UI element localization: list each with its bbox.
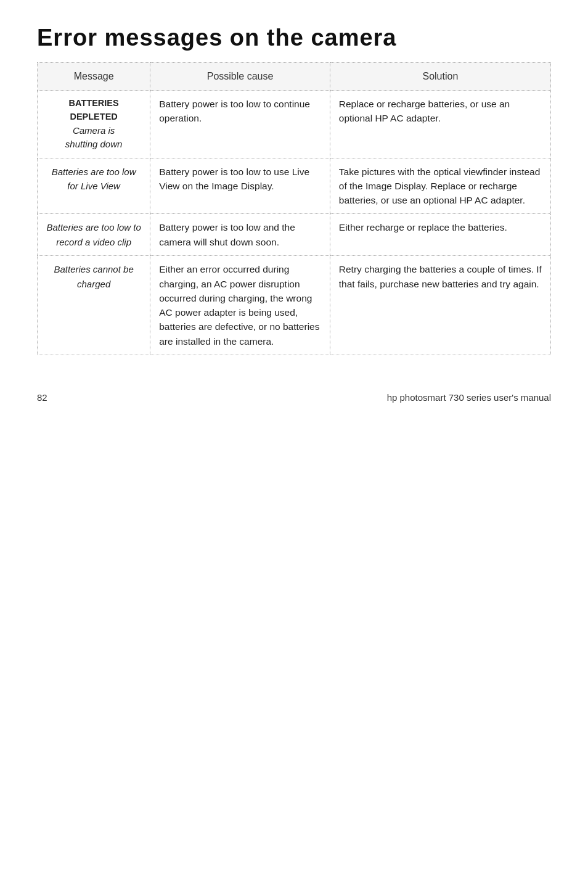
- page-number: 82: [37, 392, 47, 403]
- table-cell-solution-3: Retry charging the batteries a couple of…: [330, 256, 550, 355]
- table-cell-solution-1: Take pictures with the optical viewfinde…: [330, 158, 550, 214]
- page-footer: 82 hp photosmart 730 series user's manua…: [37, 392, 551, 403]
- error-table: Message Possible cause Solution BATTERIE…: [37, 62, 551, 355]
- table-cell-message-0: BATTERIES DEPLETEDCamera is shutting dow…: [38, 91, 150, 158]
- table-row: Batteries cannot be chargedEither an err…: [38, 256, 551, 355]
- table-cell-solution-2: Either recharge or replace the batteries…: [330, 214, 550, 256]
- table-header-cause: Possible cause: [150, 63, 330, 91]
- table-row: BATTERIES DEPLETEDCamera is shutting dow…: [38, 91, 551, 158]
- table-cell-message-1: Batteries are too low for Live View: [38, 158, 150, 214]
- table-cell-message-3: Batteries cannot be charged: [38, 256, 150, 355]
- message-camera-shutting: Camera is shutting down: [46, 124, 141, 152]
- table-cell-cause-3: Either an error occurred during charging…: [150, 256, 330, 355]
- table-row: Batteries are too low to record a video …: [38, 214, 551, 256]
- table-cell-cause-1: Battery power is too low to use Live Vie…: [150, 158, 330, 214]
- table-cell-message-2: Batteries are too low to record a video …: [38, 214, 150, 256]
- table-header-solution: Solution: [330, 63, 550, 91]
- message-batteries-depleted: BATTERIES DEPLETED: [46, 97, 141, 124]
- table-row: Batteries are too low for Live ViewBatte…: [38, 158, 551, 214]
- page-title: Error messages on the camera: [37, 25, 551, 51]
- table-cell-cause-0: Battery power is too low to continue ope…: [150, 91, 330, 158]
- table-cell-cause-2: Battery power is too low and the camera …: [150, 214, 330, 256]
- table-cell-solution-0: Replace or recharge batteries, or use an…: [330, 91, 550, 158]
- message-text-2: Batteries are too low to record a video …: [46, 222, 141, 247]
- manual-title: hp photosmart 730 series user's manual: [387, 392, 551, 403]
- table-header-message: Message: [38, 63, 150, 91]
- message-text-1: Batteries are too low for Live View: [52, 166, 136, 192]
- message-text-3: Batteries cannot be charged: [54, 264, 133, 289]
